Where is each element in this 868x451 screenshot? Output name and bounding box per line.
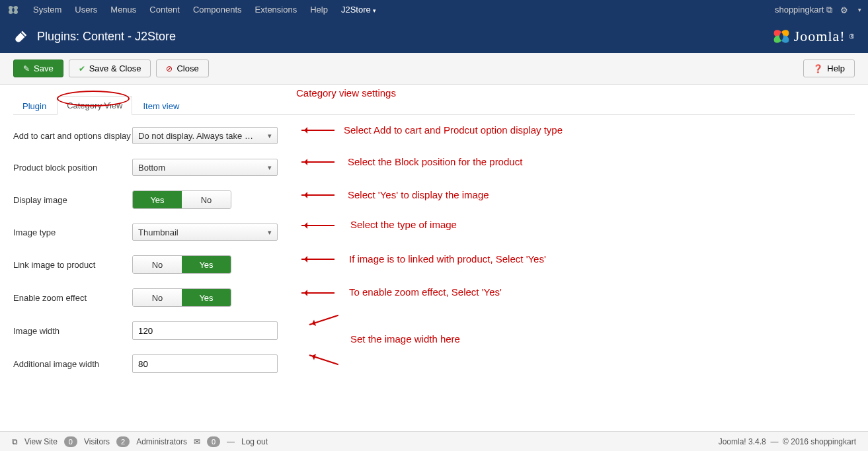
- save-close-button[interactable]: ✔Save & Close: [69, 60, 151, 77]
- select-addtocart-value: Do not display. Always take …: [138, 131, 253, 141]
- toggle-zoom-yes[interactable]: Yes: [182, 289, 231, 306]
- external-icon: ⧉: [12, 437, 18, 446]
- toggle-zoom-no[interactable]: No: [133, 289, 182, 306]
- select-blockpos[interactable]: Bottom: [132, 159, 278, 176]
- annotation-6: To enable zoom effect, Select 'Yes': [349, 286, 502, 298]
- arrow-icon: [301, 292, 335, 294]
- joomla-brand: Joomla!®: [773, 28, 855, 45]
- menu-system[interactable]: System: [26, 0, 68, 20]
- close-label: Close: [177, 63, 198, 73]
- arrow-icon: [301, 161, 335, 163]
- status-bar: ⧉ View Site 0 Visitors 2 Administrators …: [0, 431, 868, 451]
- select-blockpos-value: Bottom: [138, 163, 165, 173]
- joomla-version: Joomla! 3.4.8: [719, 437, 766, 446]
- annotation-1: Select Add to cart and Prodcut option di…: [344, 124, 563, 136]
- cancel-icon: ⊘: [166, 64, 173, 73]
- menu-extensions[interactable]: Extensions: [249, 0, 304, 20]
- messages-count: 0: [207, 436, 220, 447]
- menu-j2store[interactable]: J2Store▾: [335, 0, 383, 20]
- label-dispimg: Display image: [13, 195, 132, 205]
- action-toolbar: ✎Save ✔Save & Close ⊘Close ❓Help: [0, 53, 868, 85]
- arrow-icon: [301, 259, 335, 260]
- toggle-linkimg[interactable]: NoYes: [132, 255, 231, 274]
- mail-icon: ✉: [194, 437, 200, 446]
- save-button[interactable]: ✎Save: [13, 60, 63, 77]
- toggle-dispimg-yes[interactable]: Yes: [133, 191, 182, 208]
- tab-category-view[interactable]: Category View: [57, 96, 132, 115]
- help-icon: ❓: [813, 64, 823, 73]
- toggle-zoom[interactable]: NoYes: [132, 288, 231, 307]
- menu-users[interactable]: Users: [68, 0, 104, 20]
- menu-menus[interactable]: Menus: [104, 0, 143, 20]
- arrow-icon: [301, 225, 335, 226]
- save-label: Save: [34, 63, 54, 73]
- toggle-linkimg-yes[interactable]: Yes: [182, 256, 231, 273]
- arrow-icon: [301, 130, 335, 131]
- toggle-dispimg-no[interactable]: No: [182, 191, 231, 208]
- check-icon: ✔: [79, 64, 85, 73]
- joomla-logo-icon: [773, 28, 790, 45]
- toggle-dispimg[interactable]: YesNo: [132, 190, 231, 209]
- main-menu: System Users Menus Content Components Ex…: [26, 0, 383, 20]
- top-menubar: System Users Menus Content Components Ex…: [0, 0, 868, 20]
- page-header: Plugins: Content - J2Store Joomla!®: [0, 20, 868, 53]
- select-imgtype[interactable]: Thumbnail: [132, 224, 278, 241]
- label-blockpos: Product block position: [13, 163, 132, 173]
- joomla-mini-icon: [7, 3, 20, 17]
- annotation-4: Select the type of image: [350, 219, 457, 230]
- annotation-7: Set the image width here: [350, 333, 460, 345]
- plug-icon: [13, 28, 29, 44]
- menu-content[interactable]: Content: [143, 0, 186, 20]
- visitors-count: 0: [64, 436, 77, 447]
- site-link[interactable]: shoppingkart ⧉: [775, 5, 832, 15]
- site-link-label: shoppingkart: [775, 5, 824, 15]
- visitors-label[interactable]: Visitors: [84, 437, 110, 446]
- gear-icon[interactable]: ⚙: [840, 5, 848, 15]
- annotation-5: If image is to linked with product, Sele…: [349, 253, 546, 265]
- logout-link[interactable]: Log out: [241, 437, 268, 446]
- copyright: © 2016 shoppingkart: [783, 437, 856, 446]
- page-title: Plugins: Content - J2Store: [37, 30, 176, 44]
- label-addimgw: Additional image width: [13, 359, 132, 369]
- label-imgtype: Image type: [13, 227, 132, 237]
- external-icon: ⧉: [826, 5, 832, 15]
- label-imgw: Image width: [13, 326, 132, 336]
- caret-icon[interactable]: ▾: [858, 7, 861, 13]
- topbar-right: shoppingkart ⧉ ⚙ ▾: [775, 5, 861, 15]
- admins-count: 2: [116, 436, 130, 447]
- close-button[interactable]: ⊘Close: [156, 60, 208, 77]
- tab-plugin[interactable]: Plugin: [13, 97, 56, 115]
- select-addtocart[interactable]: Do not display. Always take …: [132, 127, 278, 144]
- save-icon: ✎: [23, 64, 30, 73]
- brand-text: Joomla!: [794, 28, 846, 45]
- label-zoom: Enable zoom effect: [13, 293, 132, 303]
- menu-help[interactable]: Help: [303, 0, 335, 20]
- caret-icon: ▾: [373, 7, 376, 14]
- help-button[interactable]: ❓Help: [803, 60, 855, 77]
- tab-item-view[interactable]: Item view: [134, 97, 188, 115]
- help-label: Help: [827, 63, 845, 73]
- select-imgtype-value: Thumbnail: [138, 227, 178, 237]
- input-addimgw[interactable]: [132, 354, 278, 373]
- label-addtocart: Add to cart and options display: [13, 131, 132, 141]
- label-linkimg: Link image to product: [13, 260, 132, 270]
- save-close-label: Save & Close: [89, 63, 141, 73]
- annotation-2: Select the Block position for the produc…: [348, 156, 522, 167]
- annotation-title: Category view settings: [296, 87, 396, 99]
- footer-right: Joomla! 3.4.8 — © 2016 shoppingkart: [719, 437, 856, 446]
- menu-j2store-label: J2Store: [341, 5, 371, 15]
- view-site-link[interactable]: View Site: [24, 437, 58, 446]
- arrow-icon: [301, 194, 335, 196]
- menu-components[interactable]: Components: [186, 0, 249, 20]
- input-imgw[interactable]: [132, 321, 278, 340]
- annotation-3: Select 'Yes' to display the image: [348, 189, 489, 200]
- toggle-linkimg-no[interactable]: No: [133, 256, 182, 273]
- admins-label[interactable]: Administrators: [136, 437, 187, 446]
- config-tabs: Plugin Category View Item view: [13, 95, 855, 115]
- row-addimgw: Additional image width: [13, 354, 855, 373]
- brand-trademark: ®: [849, 33, 855, 40]
- dash-sep: —: [227, 437, 235, 446]
